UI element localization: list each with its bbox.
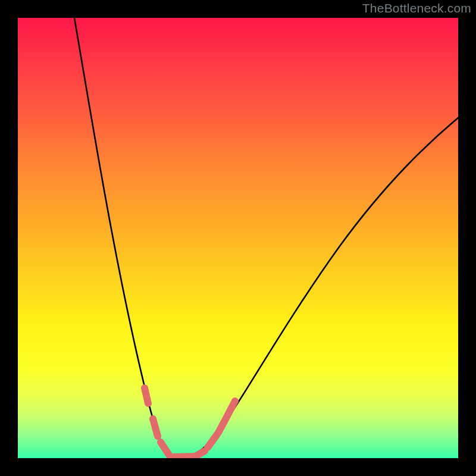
curve-svg xyxy=(18,18,458,458)
highlight-markers xyxy=(145,388,235,457)
svg-line-2 xyxy=(161,442,170,456)
svg-line-4 xyxy=(196,451,205,456)
chart-frame: TheBottleneck.com xyxy=(0,0,476,476)
svg-line-1 xyxy=(153,419,158,436)
svg-line-7 xyxy=(228,401,235,415)
svg-line-6 xyxy=(218,416,227,433)
svg-line-5 xyxy=(208,434,217,447)
bottleneck-curve xyxy=(74,18,458,458)
watermark-text: TheBottleneck.com xyxy=(362,1,471,15)
svg-line-3 xyxy=(171,456,196,457)
plot-area xyxy=(18,18,458,458)
svg-line-0 xyxy=(145,388,148,403)
